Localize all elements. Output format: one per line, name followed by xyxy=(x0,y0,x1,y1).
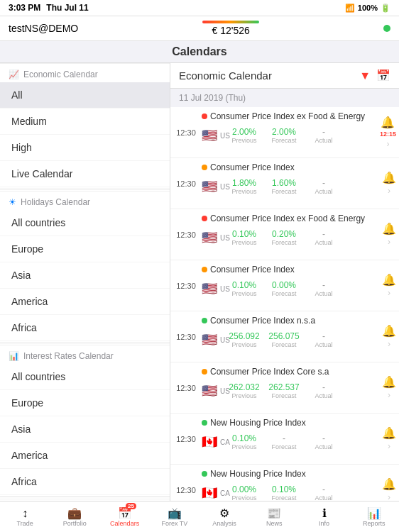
event-row[interactable]: 12:30 New Housing Price Index 🇨🇦 CA 0.00… xyxy=(170,465,399,501)
event-main: Consumer Price Index n.s.a 🇺🇸 US 256.092… xyxy=(202,311,379,362)
event-flag: 🇺🇸 US xyxy=(202,230,227,245)
bell-icon[interactable]: 🔔 xyxy=(382,273,396,287)
price-bar xyxy=(202,21,259,23)
sidebar-item-asia[interactable]: Asia xyxy=(0,262,170,289)
event-row[interactable]: 12:30 New Housing Price Index 🇨🇦 CA 0.10… xyxy=(170,414,399,465)
event-row[interactable]: 12:30 Consumer Price Index 🇺🇸 US 1.80% P… xyxy=(170,158,399,209)
event-content: 🇺🇸 US 256.092 Previous 256.075 Forecast … xyxy=(202,328,376,351)
actual-value: - xyxy=(322,382,325,392)
stat-forecast: 1.60% Forecast xyxy=(267,178,301,195)
bell-icon[interactable]: 🔔 xyxy=(382,171,396,184)
sidebar-item-interest-africa[interactable]: Africa xyxy=(0,469,170,495)
event-content: 🇺🇸 US 2.00% Previous 2.00% Forecast - Ac… xyxy=(202,124,374,147)
content-area: Economic Calendar ▼ 📅 11 Jul 2019 (Thu) … xyxy=(170,63,399,501)
sidebar-item-interest-europe[interactable]: Europe xyxy=(0,390,170,416)
previous-value: 0.10% xyxy=(232,229,256,239)
sidebar: 📈 Economic Calendar All Medium High Live… xyxy=(0,63,170,501)
account-name: testNS@DEMO xyxy=(9,23,78,34)
previous-label: Previous xyxy=(231,392,256,399)
connection-indicator xyxy=(383,25,390,32)
nav-reports[interactable]: 📊 Reports xyxy=(349,501,399,532)
event-stats: 262.032 Previous 262.537 Forecast - Actu… xyxy=(227,382,376,399)
nav-info[interactable]: ℹ Info xyxy=(300,501,349,532)
country-flag: 🇺🇸 xyxy=(202,332,217,348)
sidebar-item-europe[interactable]: Europe xyxy=(0,236,170,262)
calendars-label: Calendars xyxy=(110,520,139,527)
sidebar-item-interest-all-countries[interactable]: All countries xyxy=(0,364,170,390)
event-title: Consumer Price Index n.s.a xyxy=(210,316,315,326)
bell-icon[interactable]: 🔔 xyxy=(382,426,396,440)
stat-actual: - Actual xyxy=(307,178,341,195)
event-row[interactable]: 12:30 Consumer Price Index ex Food & Ene… xyxy=(170,209,399,260)
holidays-section-label: Holidays Calendar xyxy=(21,197,90,207)
event-time: 12:30 xyxy=(170,414,202,464)
portfolio-label: Portfolio xyxy=(63,520,87,527)
stat-previous: 0.10% Previous xyxy=(227,433,261,450)
chevron-right-icon: › xyxy=(388,237,390,247)
event-row[interactable]: 12:30 Consumer Price Index ex Food & Ene… xyxy=(170,107,399,158)
event-right[interactable]: 🔔 12:15 › xyxy=(377,107,399,157)
previous-label: Previous xyxy=(231,290,256,297)
event-right[interactable]: 🔔 › xyxy=(379,414,399,464)
event-content: 🇺🇸 US 1.80% Previous 1.60% Forecast - Ac… xyxy=(202,175,376,198)
stat-forecast: 2.00% Forecast xyxy=(267,127,301,144)
actual-value: - xyxy=(322,331,325,341)
sidebar-item-interest-america[interactable]: America xyxy=(0,443,170,469)
event-main: Consumer Price Index Core s.a 🇺🇸 US 262.… xyxy=(202,362,379,413)
stat-forecast: 262.537 Forecast xyxy=(267,382,301,399)
stat-actual: - Actual xyxy=(307,331,341,348)
event-flag: 🇨🇦 CA xyxy=(202,434,227,450)
event-stats: 2.00% Previous 2.00% Forecast - Actual xyxy=(227,127,374,144)
event-right[interactable]: 🔔 › xyxy=(379,362,399,413)
event-time: 12:30 xyxy=(170,260,202,311)
reports-icon: 📊 xyxy=(367,506,381,520)
sidebar-item-live-calendar[interactable]: Live Calendar xyxy=(0,161,170,187)
sidebar-item-all-countries[interactable]: All countries xyxy=(0,210,170,236)
event-row[interactable]: 12:30 Consumer Price Index n.s.a 🇺🇸 US 2… xyxy=(170,311,399,362)
reports-label: Reports xyxy=(363,520,386,527)
nav-analysis[interactable]: ⚙ Analysis xyxy=(200,501,249,532)
event-row[interactable]: 12:30 Consumer Price Index 🇺🇸 US 0.10% P… xyxy=(170,260,399,311)
sidebar-item-america[interactable]: America xyxy=(0,289,170,315)
bell-icon[interactable]: 🔔 xyxy=(382,477,396,491)
sidebar-item-medium[interactable]: Medium xyxy=(0,109,170,135)
nav-calendars[interactable]: 📅 25 Calendars xyxy=(100,501,150,532)
sidebar-item-all[interactable]: All xyxy=(0,82,170,109)
forecast-label: Forecast xyxy=(271,290,296,297)
filter-icon[interactable]: ▼ xyxy=(359,70,371,82)
event-right[interactable]: 🔔 › xyxy=(379,158,399,209)
sidebar-section-economic: 📈 Economic Calendar xyxy=(0,63,170,82)
previous-value: 256.092 xyxy=(229,331,259,341)
previous-label: Previous xyxy=(231,137,256,144)
nav-forextv[interactable]: 📺 Forex TV xyxy=(150,501,200,532)
event-right[interactable]: 🔔 › xyxy=(379,465,399,501)
interest-section-label: Interest Rates Calendar xyxy=(23,351,114,361)
stat-forecast: 256.075 Forecast xyxy=(267,331,301,348)
forecast-value: 0.10% xyxy=(272,484,296,494)
event-right[interactable]: 🔔 › xyxy=(379,209,399,260)
country-flag: 🇺🇸 xyxy=(202,383,217,399)
event-right[interactable]: 🔔 › xyxy=(379,311,399,362)
stat-previous: 0.10% Previous xyxy=(227,280,261,297)
event-right[interactable]: 🔔 › xyxy=(379,260,399,311)
nav-portfolio[interactable]: 💼 Portfolio xyxy=(50,501,99,532)
bell-icon[interactable]: 🔔 xyxy=(382,324,396,338)
bell-icon[interactable]: 🔔 xyxy=(382,375,396,389)
nav-news[interactable]: 📰 News xyxy=(249,501,299,532)
battery-status: 100% xyxy=(358,4,378,12)
event-row[interactable]: 12:30 Consumer Price Index Core s.a 🇺🇸 U… xyxy=(170,362,399,414)
sidebar-item-africa[interactable]: Africa xyxy=(0,315,170,341)
nav-trade[interactable]: ↕ Trade xyxy=(0,501,50,532)
calendar-toggle-icon[interactable]: 📅 xyxy=(376,69,390,82)
actual-label: Actual xyxy=(315,290,332,297)
sidebar-item-high[interactable]: High xyxy=(0,135,170,161)
country-flag: 🇺🇸 xyxy=(202,281,217,297)
portfolio-icon: 💼 xyxy=(67,506,82,520)
status-bar: 3:03 PM Thu Jul 11 📶 100% 🔋 xyxy=(0,0,399,16)
actual-label: Actual xyxy=(315,392,332,399)
event-time: 12:30 xyxy=(170,311,202,362)
bell-icon[interactable]: 🔔 xyxy=(382,222,396,235)
sidebar-item-interest-asia[interactable]: Asia xyxy=(0,416,170,443)
bell-icon[interactable]: 🔔 xyxy=(381,116,395,129)
chevron-right-icon: › xyxy=(388,288,390,298)
